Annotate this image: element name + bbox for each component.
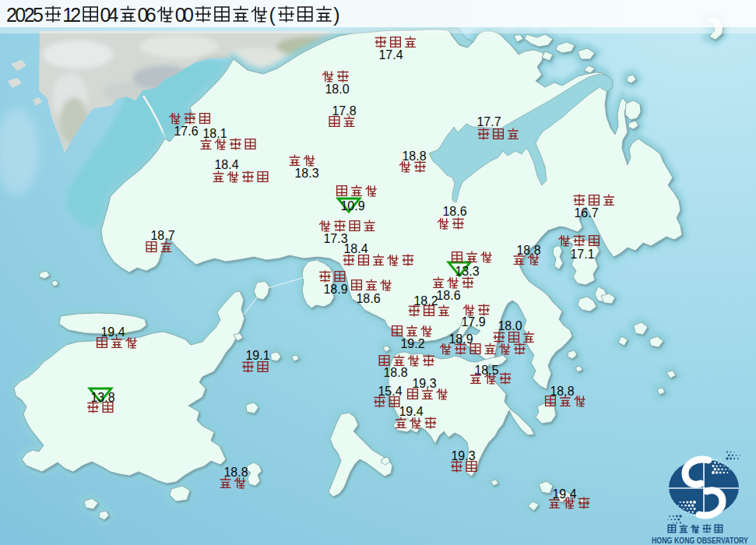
- svg-text:13.3: 13.3: [455, 265, 479, 278]
- svg-text:18.4: 18.4: [214, 158, 238, 171]
- svg-text:04: 04: [100, 4, 118, 26]
- svg-text:): ): [333, 4, 339, 26]
- svg-text:18.6: 18.6: [436, 289, 460, 302]
- svg-text:18.8: 18.8: [402, 149, 426, 163]
- svg-text:19.1: 19.1: [245, 349, 269, 362]
- svg-text:18.8: 18.8: [550, 385, 574, 398]
- svg-text:18.1: 18.1: [202, 127, 227, 140]
- svg-text:18.4: 18.4: [343, 242, 367, 255]
- svg-text:18.9: 18.9: [448, 332, 473, 346]
- svg-text:06: 06: [138, 4, 156, 26]
- svg-text:18.8: 18.8: [223, 466, 248, 479]
- svg-text:HONG KONG OBSERVATORY: HONG KONG OBSERVATORY: [652, 536, 748, 545]
- svg-text:00: 00: [175, 4, 194, 26]
- svg-text:18.0: 18.0: [498, 319, 522, 332]
- svg-text:19.4: 19.4: [100, 325, 125, 339]
- svg-text:17.1: 17.1: [570, 248, 594, 261]
- svg-text:18.0: 18.0: [325, 83, 349, 96]
- svg-text:18.6: 18.6: [442, 205, 466, 218]
- svg-text:17.7: 17.7: [476, 115, 501, 128]
- svg-text:17.6: 17.6: [174, 125, 198, 138]
- svg-text:19.3: 19.3: [451, 449, 475, 462]
- svg-text:16.7: 16.7: [574, 206, 598, 220]
- svg-text:10.9: 10.9: [340, 199, 364, 213]
- svg-text:13.8: 13.8: [90, 391, 114, 404]
- svg-text:(: (: [269, 4, 276, 26]
- svg-text:19.4: 19.4: [399, 405, 423, 418]
- svg-text:18.2: 18.2: [413, 294, 438, 308]
- svg-text:17.8: 17.8: [332, 104, 356, 118]
- svg-text:18.9: 18.9: [323, 283, 347, 296]
- svg-text:18.7: 18.7: [150, 229, 174, 242]
- svg-text:19.4: 19.4: [552, 487, 576, 501]
- svg-text:18.8: 18.8: [516, 244, 540, 257]
- svg-text:18.5: 18.5: [474, 364, 498, 377]
- svg-text:17.4: 17.4: [378, 48, 403, 62]
- svg-text:17.9: 17.9: [461, 315, 485, 329]
- svg-text:15.4: 15.4: [378, 385, 402, 398]
- svg-text:12: 12: [62, 4, 81, 26]
- svg-text:18.3: 18.3: [294, 167, 318, 180]
- svg-text:18.8: 18.8: [383, 366, 407, 379]
- svg-text:19.3: 19.3: [412, 377, 436, 390]
- svg-text:19.2: 19.2: [400, 337, 424, 350]
- svg-text:2025: 2025: [6, 4, 44, 26]
- svg-text:18.6: 18.6: [356, 292, 380, 305]
